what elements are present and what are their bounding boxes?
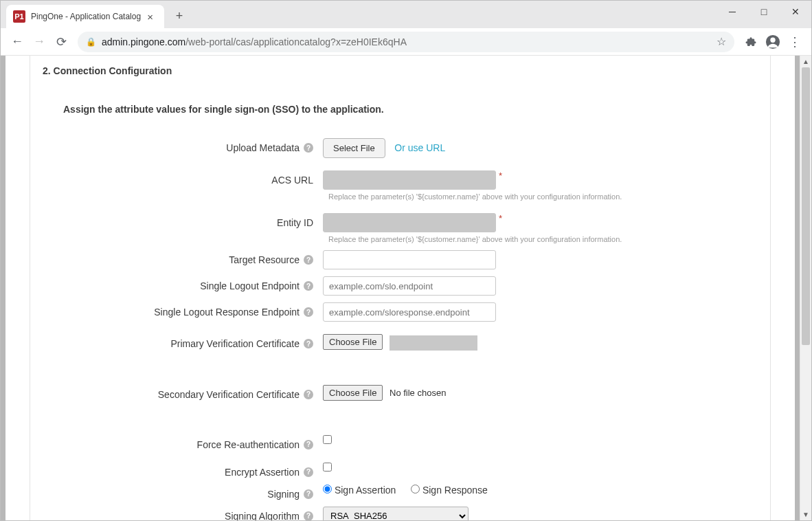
lock-icon: 🔒 [86,37,96,47]
vertical-scrollbar[interactable]: ▲ ▼ [800,56,811,520]
primary-cert-filename [390,335,477,351]
help-icon[interactable]: ? [304,467,313,477]
choose-file-primary-button[interactable]: Choose File [323,334,383,350]
label-signing: Signing [267,489,300,500]
label-signing-algo: Signing Algorithm [225,511,300,520]
choose-file-secondary-button[interactable]: Choose File [323,385,383,401]
tab-title: PingOne - Application Catalog [31,12,144,21]
label-entity-id: Entity ID [277,217,313,228]
address-bar[interactable]: 🔒 admin.pingone.com/web-portal/cas/appli… [78,32,734,52]
entity-id-input[interactable] [323,213,496,232]
window-minimize-button[interactable]: ─ [717,1,748,23]
target-resource-input[interactable] [323,250,496,269]
help-icon[interactable]: ? [304,255,313,265]
url-text: admin.pingone.com/web-portal/cas/applica… [102,36,407,47]
signing-algorithm-select[interactable]: RSA_SHA256 [323,507,469,520]
close-tab-icon[interactable]: × [144,11,156,23]
use-url-link[interactable]: Or use URL [394,142,445,153]
label-encrypt-assertion: Encrypt Assertion [225,467,300,478]
reload-button[interactable]: ⟳ [50,31,72,53]
label-secondary-cert: Secondary Verification Certificate [158,389,300,400]
help-icon[interactable]: ? [304,511,313,520]
acs-url-hint: Replace the parameter(s) '${customer.nam… [328,192,770,201]
forward-button[interactable]: → [28,31,50,53]
label-target-resource: Target Resource [229,254,300,265]
slo-response-endpoint-input[interactable] [323,302,496,322]
window-close-button[interactable]: ✕ [780,1,811,23]
entity-id-hint: Replace the parameter(s) '${customer.nam… [328,235,770,243]
sign-assertion-option[interactable]: Sign Assertion [323,485,396,496]
svg-point-1 [770,37,775,42]
section-lead: Assign the attribute values for single s… [30,76,770,138]
scrollbar-track[interactable] [800,67,811,509]
label-slo-response-endpoint: Single Logout Response Endpoint [154,307,300,318]
label-upload-metadata: Upload Metadata [226,142,300,153]
help-icon[interactable]: ? [304,307,313,317]
acs-url-input[interactable] [323,170,496,190]
browser-titlebar: P1 PingOne - Application Catalog × + ─ □… [1,1,811,28]
secondary-cert-nofile: No file chosen [390,388,446,398]
label-acs-url: ACS URL [271,175,313,186]
sign-assertion-radio[interactable] [323,485,332,494]
scroll-down-arrow-icon[interactable]: ▼ [800,509,811,520]
help-icon[interactable]: ? [304,143,313,153]
page-content: 2. Connection Configuration Assign the a… [1,56,800,520]
select-file-button[interactable]: Select File [323,138,385,158]
label-force-reauth: Force Re-authentication [197,439,300,450]
kebab-menu-icon[interactable]: ⋮ [784,31,806,53]
favicon-pingone: P1 [13,10,25,23]
scroll-up-arrow-icon[interactable]: ▲ [800,56,811,67]
help-icon[interactable]: ? [304,339,313,348]
force-reauth-checkbox[interactable] [323,435,332,444]
label-primary-cert: Primary Verification Certificate [170,338,300,349]
required-marker: * [499,213,502,223]
help-icon[interactable]: ? [304,489,313,499]
browser-tab[interactable]: P1 PingOne - Application Catalog × [6,5,164,28]
section-title: 2. Connection Configuration [30,56,770,76]
back-button[interactable]: ← [6,31,28,53]
scrollbar-thumb[interactable] [802,67,810,345]
profile-avatar-icon[interactable] [762,31,784,53]
new-tab-button[interactable]: + [170,6,189,25]
label-slo-endpoint: Single Logout Endpoint [200,280,300,291]
browser-toolbar: ← → ⟳ 🔒 admin.pingone.com/web-portal/cas… [1,28,811,56]
window-maximize-button[interactable]: □ [748,1,780,23]
bookmark-star-icon[interactable]: ☆ [717,35,726,48]
help-icon[interactable]: ? [304,440,313,450]
slo-endpoint-input[interactable] [323,276,496,296]
encrypt-assertion-checkbox[interactable] [323,463,332,472]
help-icon[interactable]: ? [304,390,313,399]
help-icon[interactable]: ? [304,281,313,291]
extensions-icon[interactable] [740,31,762,53]
sign-response-radio[interactable] [411,485,420,494]
sign-response-option[interactable]: Sign Response [411,485,488,496]
required-marker: * [499,170,502,181]
